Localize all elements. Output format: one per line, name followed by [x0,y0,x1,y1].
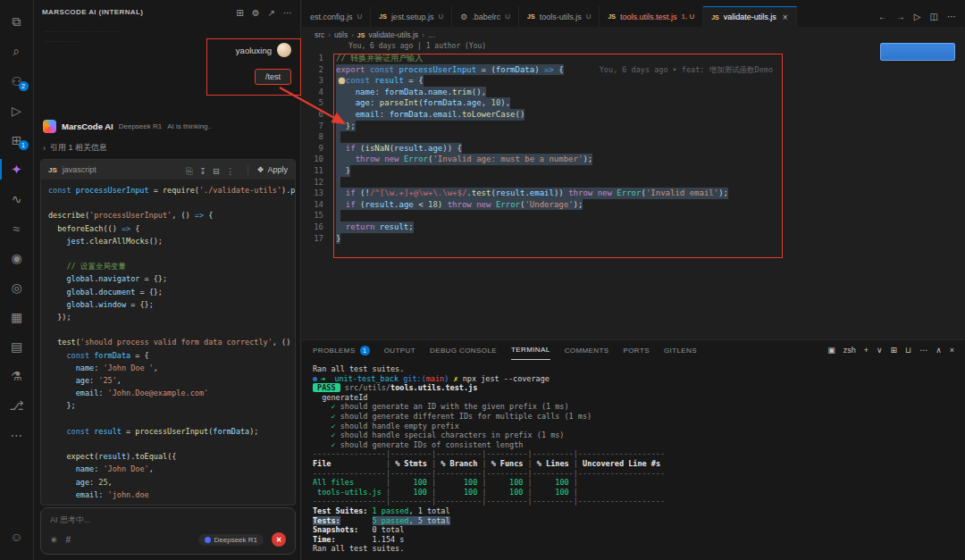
activity-target-icon[interactable]: ◎ [0,272,34,302]
model-selector-badge[interactable]: Deepseek R1 [198,534,264,546]
activity-pull-request-icon[interactable]: ⎇ [0,390,34,420]
chat-code-content[interactable]: const processUserInput = require('./vali… [41,180,295,505]
code-token: './validate-utils' [199,186,281,195]
panel-tab-ports[interactable]: PORTS [624,340,650,360]
line-number: 8 [302,131,336,143]
close-panel-icon[interactable]: × [950,346,954,355]
terminal-line: ----------------|---------|----------|--… [313,497,965,506]
code-line: 17} [302,233,965,245]
activity-extensions-icon[interactable]: ⊞1 [0,125,34,155]
more-actions-icon[interactable]: ⋯ [947,12,956,21]
editor-tab--babelrc[interactable]: ⚙.babelrcU [452,6,519,27]
code-token: result [94,427,122,436]
code-token: , [154,364,158,372]
code-token: 10 [491,98,500,107]
code-token: return [346,222,375,231]
test-command-chip[interactable]: /test [255,69,291,85]
tab-label: .babelrc [472,13,500,21]
code-token: : [89,478,98,487]
diff-icon[interactable]: ⊟ [213,166,220,176]
terminal-shell-icon[interactable]: ▣ [827,346,835,355]
split-terminal-icon[interactable]: ⊞ [891,346,898,355]
mention-icon[interactable]: ✳ [50,535,57,545]
code-token: email [356,110,380,119]
nav-forward-icon[interactable]: → [896,12,905,21]
panel-tab-output[interactable]: OUTPUT [384,340,415,360]
code-token: Snapshots: [313,525,373,534]
reference-expander[interactable]: › 引用 1 相关信息 [43,142,107,154]
ai-generating-status: AI 思考中... [50,514,286,526]
apply-button[interactable]: ❖ Apply [248,165,288,174]
nav-back-icon[interactable]: ← [878,12,887,21]
lightbulb-icon[interactable] [339,78,345,84]
insert-icon[interactable]: ↧ [199,166,206,176]
breadcrumb[interactable]: src›utils›JSvalidate-utils.js›… [302,28,965,42]
code-text: const result = { [336,75,424,87]
breadcrumb-item[interactable]: utils [334,30,348,39]
activity-run-debug-icon[interactable]: ▷ [0,96,34,125]
open-external-icon[interactable]: ↗ [268,8,275,18]
inline-blame: You, 6 days ago • feat: 增加测试函数Demo [600,64,773,76]
activity-more-icon[interactable]: ⋯ [0,420,34,449]
chat-input-box[interactable]: AI 思考中... ✳ # Deepseek R1 ✕ [40,507,296,555]
code-token [578,478,665,487]
editor-tab-tools-utils-js[interactable]: JStools-utils.jsU [519,6,600,27]
testing-glyph: ⚗ [11,369,22,383]
activity-grid-icon[interactable]: ▦ [0,302,34,331]
explorer-glyph: ⧉ [13,14,21,29]
code-token: 100 [533,488,574,497]
more-actions-icon[interactable]: ⋯ [919,346,927,355]
sidebar-title: MARSCODE AI (INTERNAL) [42,8,228,16]
stop-generation-button[interactable]: ✕ [272,532,286,547]
panel-tab-gitlens[interactable]: GITLENS [664,340,697,360]
kill-terminal-icon[interactable]: ⊔ [905,346,911,355]
panel-tab-problems[interactable]: PROBLEMS1 [313,340,370,360]
split-editor-icon[interactable]: ◫ [930,12,938,21]
panel-tab-terminal[interactable]: TERMINAL [511,340,550,360]
editor-code[interactable]: 1// 转换并验证用户输入2export const processUserIn… [302,53,965,244]
breadcrumb-item[interactable]: src [315,30,324,39]
run-file-icon[interactable]: ▷ [914,12,921,21]
activity-accounts-icon[interactable]: ⚇2 [0,66,34,96]
editor-tab-validate-utils-js[interactable]: JSvalidate-utils.js× [703,6,796,27]
settings-icon[interactable]: ⚙ [252,8,260,18]
editor-tab-jest-setup-js[interactable]: JSjest.setup.jsU [371,6,452,27]
code-line [48,323,288,336]
panel-tab-label: TERMINAL [511,346,550,354]
line-number: 4 [302,87,336,98]
activity-layers-icon[interactable]: ▤ [0,331,34,361]
activity-explorer-icon[interactable]: ⧉ [0,7,34,37]
code-token: src/utils/ [345,383,390,392]
code-line: expect(result).toEqual({ [48,450,288,463]
new-chat-icon[interactable]: ⊞ [236,8,243,18]
more-icon[interactable]: ⋮ [226,166,235,176]
activity-search-icon[interactable]: ⌕ [0,37,34,66]
terminal-dropdown-icon[interactable]: ∨ [877,346,883,355]
panel-tab-comments[interactable]: COMMENTS [565,340,609,360]
activity-metrics-icon[interactable]: ∿ [0,184,34,213]
terminal-output[interactable]: Ran all test suites.➜ unit-test_back git… [302,360,965,554]
more-icon[interactable]: ⋯ [283,8,292,18]
copy-icon[interactable]: ⎘ [186,166,193,176]
close-icon[interactable]: × [783,13,788,22]
activity-account-icon[interactable]: ☺ [0,522,34,551]
editor-tab-est-config-js[interactable]: est.config.jsU [302,6,371,27]
activity-waves-icon[interactable]: ≈ [0,213,34,243]
editor-tab-tools-utils-test-js[interactable]: JStools.utils.test.js1, U [600,6,703,27]
breadcrumb-item[interactable]: validate-utils.js [368,30,418,39]
panel-tab-debug-console[interactable]: DEBUG CONSOLE [430,340,497,360]
maximize-panel-icon[interactable]: ∧ [936,346,942,355]
new-terminal-icon[interactable]: + [864,346,868,355]
shell-name[interactable]: zsh [843,346,856,355]
activity-marscode-ai-icon[interactable]: ✦ [0,155,34,184]
context-hash-icon[interactable]: # [65,535,71,545]
activity-testing-icon[interactable]: ⚗ [0,361,34,390]
code-token [336,222,346,231]
metrics-glyph: ∿ [12,192,22,206]
code-token: 25 [98,478,107,487]
activity-run-circle-icon[interactable]: ◉ [0,243,34,272]
code-token: , 1 total [408,506,449,515]
breadcrumb-item[interactable]: … [428,30,436,39]
code-token: jest [66,237,84,246]
code-token: npx jest --coverage [458,374,550,383]
